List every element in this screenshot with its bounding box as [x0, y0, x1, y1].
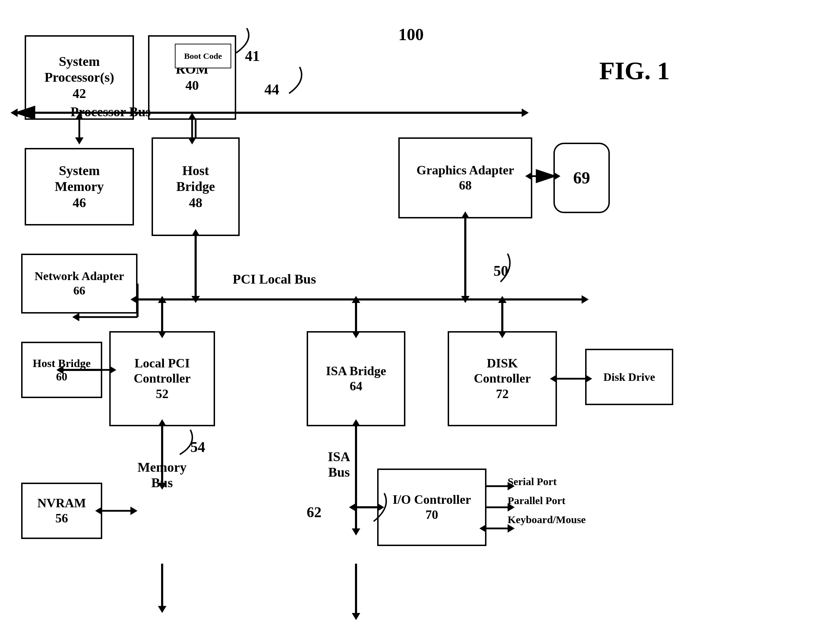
host-bridge-60-box: Host Bridge 60: [21, 342, 102, 398]
graphics-adapter-box: Graphics Adapter 68: [398, 137, 532, 218]
isa-bridge-box: ISA Bridge 64: [307, 331, 405, 426]
disk-drive-box: Disk Drive: [585, 349, 673, 405]
num-41: 41: [245, 47, 260, 65]
boot-code-box: Boot Code: [175, 44, 231, 68]
processor-bus-label: Processor Bus: [71, 104, 151, 120]
diagram-container: FIG. 1 100 System Processor(s) 42 ROM 40…: [0, 0, 840, 632]
graphics-69-box: 69: [553, 143, 610, 213]
fig-label: FIG. 1: [599, 56, 670, 86]
svg-marker-54: [352, 528, 360, 536]
svg-marker-33: [352, 296, 360, 303]
disk-controller-box: DISK Controller 72: [448, 331, 557, 426]
num-62: 62: [307, 504, 322, 521]
host-bridge-48-box: Host Bridge 48: [152, 137, 240, 236]
svg-marker-28: [72, 313, 79, 321]
svg-marker-4: [522, 109, 529, 117]
svg-marker-19: [461, 296, 469, 303]
pci-local-bus-label: PCI Local Bus: [233, 271, 316, 287]
parallel-port-label: Parallel Port: [508, 491, 586, 510]
isa-bus-label: ISA Bus: [328, 433, 350, 480]
nvram-box: NVRAM 56: [21, 482, 102, 539]
serial-port-label: Serial Port: [508, 472, 586, 491]
io-controller-box: I/O Controller 70: [377, 468, 486, 546]
diagram-number: 100: [398, 25, 424, 44]
svg-marker-17: [582, 295, 589, 304]
num-50: 50: [494, 262, 508, 279]
memory-bus-label: Memory Bus: [137, 444, 186, 490]
svg-marker-14: [191, 296, 200, 303]
svg-marker-3: [11, 109, 17, 117]
io-ports-labels: Serial Port Parallel Port Keyboard/Mouse: [508, 472, 586, 529]
svg-marker-49: [158, 606, 166, 613]
num-54: 54: [190, 438, 205, 455]
local-pci-box: Local PCI Controller 52: [109, 331, 215, 426]
system-memory-box: System Memory 46: [25, 148, 134, 225]
num-44: 44: [264, 81, 279, 98]
keyboard-label: Keyboard/Mouse: [508, 510, 586, 529]
rom-box: ROM 40 Boot Code: [148, 35, 236, 120]
svg-marker-52: [130, 507, 137, 515]
svg-marker-36: [498, 296, 507, 303]
svg-marker-30: [158, 296, 166, 303]
network-adapter-box: Network Adapter 66: [21, 254, 137, 314]
svg-marker-7: [75, 137, 84, 145]
svg-marker-59: [349, 503, 356, 512]
svg-marker-57: [352, 613, 360, 620]
